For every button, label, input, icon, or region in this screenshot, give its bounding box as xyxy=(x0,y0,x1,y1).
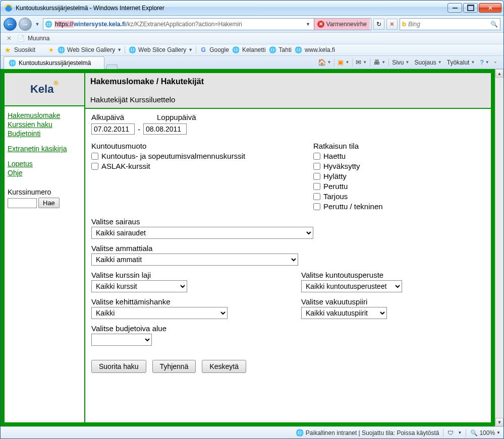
refresh-button[interactable]: ↻ xyxy=(373,19,384,30)
fav-link-1[interactable]: 🌐Web Slice Gallery▼ xyxy=(128,46,193,54)
kehittamishanke-select[interactable]: Kaikki xyxy=(91,307,228,319)
status-bar: 🌐 Paikallinen intranet | Suojattu tila: … xyxy=(1,426,503,438)
navigation-bar: ← → ▼ 🌐 https://wintersyste.kela.fi/kz/K… xyxy=(1,16,503,33)
sidebar-link-lopetus[interactable]: Lopetus xyxy=(8,160,81,168)
search-box[interactable]: b 🔍 xyxy=(400,18,500,30)
fav-link-0[interactable]: 🌐Web Slice Gallery▼ xyxy=(57,46,122,54)
search-input[interactable] xyxy=(408,21,488,28)
security-zone[interactable]: 🌐 Paikallinen intranet | Suojattu tila: … xyxy=(296,429,439,436)
favorites-star-icon[interactable]: ★ xyxy=(5,46,11,54)
help-icon: ? xyxy=(480,58,483,66)
new-tab-button[interactable] xyxy=(106,65,118,69)
sidebar-nav: Hakemuslomake Kurssien haku Budjetointi … xyxy=(5,106,84,183)
page-header: Hakemuslomake / Hakutekijät Hakutekijät … xyxy=(85,73,491,109)
fav-link-5[interactable]: 🌐www.kela.fi xyxy=(295,46,335,54)
sidebar-link-extranet[interactable]: Extranetin käsikirja xyxy=(8,145,81,153)
certificate-error[interactable]: ✕Varmennevirhe xyxy=(314,19,370,30)
hae-button[interactable]: Hae xyxy=(38,198,60,208)
document-tab[interactable]: 🌐 Kuntoutuskurssijärjestelmä xyxy=(4,56,104,69)
command-bar: 🏠▼ ▣▼ ✉▼ 🖶▼ Sivu▼ Suojaus▼ Työkalut▼ ?▼ … xyxy=(314,56,500,69)
zoom-control[interactable]: 🔍 100% ▼ xyxy=(470,429,500,436)
ratkaisun-tila-label: Ratkaisun tila xyxy=(313,142,485,150)
page-icon: 🌐 xyxy=(128,46,136,54)
muunna-icon: 📄 xyxy=(17,34,25,42)
page-icon: 🌐 xyxy=(232,46,240,54)
ratkaisun-tila-opt-4[interactable]: Tarjous xyxy=(313,192,485,201)
kurssinumero-input[interactable] xyxy=(8,198,37,208)
sidebar: Kela® Hakemuslomake Kurssien haku Budjet… xyxy=(5,73,85,422)
fav-link-4[interactable]: 🌐Tahti xyxy=(269,46,292,54)
keskeyta-button[interactable]: Keskeytä xyxy=(202,360,246,373)
muunna-label[interactable]: Muunna xyxy=(28,35,49,42)
page-subtabs[interactable]: Hakutekijät Kurssiluettelo xyxy=(90,95,486,104)
zoom-icon: 🔍 xyxy=(470,429,478,436)
sidebar-link-budjetointi[interactable]: Budjetointi xyxy=(8,130,81,138)
fav-link-3[interactable]: 🌐Kelanetti xyxy=(232,46,266,54)
back-button[interactable]: ← xyxy=(4,18,17,31)
valitse-budjetoiva-alue-label: Valitse budjetoiva alue xyxy=(91,324,485,333)
overflow-button[interactable]: » xyxy=(492,59,498,66)
home-icon: 🏠 xyxy=(318,58,326,66)
ammattiala-select[interactable]: Kaikki ammatit xyxy=(91,254,298,266)
page-icon: 🌐 xyxy=(269,46,277,54)
cert-error-icon: ✕ xyxy=(317,21,324,28)
scroll-down-button[interactable]: ▼ xyxy=(495,418,503,426)
close-toolbar-button[interactable]: ✕ xyxy=(5,35,14,42)
scroll-up-button[interactable]: ▲ xyxy=(495,69,503,78)
alkupaiva-input[interactable] xyxy=(91,123,135,135)
valitse-sairaus-label: Valitse sairaus xyxy=(91,217,485,226)
ratkaisun-tila-opt-2[interactable]: Hylätty xyxy=(313,172,485,180)
viewport: Kela® Hakemuslomake Kurssien haku Budjet… xyxy=(1,69,503,426)
page-frame: Kela® Hakemuslomake Kurssien haku Budjet… xyxy=(1,69,495,426)
home-button[interactable]: 🏠▼ xyxy=(316,57,333,67)
close-button[interactable]: ✕ xyxy=(479,3,501,13)
kuntoutusmuoto-opt-1[interactable]: ASLAK-kurssit xyxy=(91,162,303,170)
sairaus-select[interactable]: Kaikki sairaudet xyxy=(91,227,313,239)
main-content: Hakemuslomake / Hakutekijät Hakutekijät … xyxy=(85,73,491,422)
security-menu[interactable]: Suojaus▼ xyxy=(412,58,443,67)
ratkaisun-tila-opt-3[interactable]: Peruttu xyxy=(313,182,485,191)
page-icon: 🌐 xyxy=(295,46,303,54)
address-bar[interactable]: 🌐 https://wintersyste.kela.fi/kz/KZExtra… xyxy=(43,18,371,30)
budjetoiva-alue-select[interactable] xyxy=(91,334,152,346)
add-favorite-icon[interactable]: ★ xyxy=(48,46,54,53)
print-button[interactable]: 🖶▼ xyxy=(371,57,387,67)
tab-row: 🌐 Kuntoutuskurssijärjestelmä 🏠▼ ▣▼ ✉▼ 🖶▼… xyxy=(1,56,503,69)
favorites-button[interactable]: Suosikit xyxy=(14,46,35,53)
page-menu[interactable]: Sivu▼ xyxy=(390,58,411,67)
ie-icon: 🌐 xyxy=(8,59,16,67)
sidebar-link-hakemuslomake[interactable]: Hakemuslomake xyxy=(8,111,81,119)
ratkaisun-tila-opt-5[interactable]: Peruttu / tekninen xyxy=(313,202,485,211)
tools-menu[interactable]: Työkalut▼ xyxy=(445,58,477,67)
mail-button[interactable]: ✉▼ xyxy=(354,57,369,67)
ratkaisun-tila-opt-1[interactable]: Hyväksytty xyxy=(313,162,485,170)
help-button[interactable]: ?▼ xyxy=(478,57,491,67)
fav-link-2[interactable]: GGoogle xyxy=(199,46,229,54)
page-icon: 🌐 xyxy=(57,46,65,54)
loppupaiva-input[interactable] xyxy=(143,123,187,135)
kuntoutusperuste-select[interactable]: Kaikki kuntoutusperusteet xyxy=(301,280,402,292)
kuntoutusmuoto-opt-0[interactable]: Kuntoutus- ja sopeutumisvalmennuskurssit xyxy=(91,152,303,160)
tyhjenna-button[interactable]: Tyhjennä xyxy=(152,360,196,373)
protected-mode-icon[interactable]: 🛡 xyxy=(447,429,454,436)
address-dropdown[interactable]: ▼ xyxy=(305,22,312,27)
vertical-scrollbar[interactable]: ▲ ▼ xyxy=(495,69,503,426)
kurssin-laji-select[interactable]: Kaikki kurssit xyxy=(91,280,187,292)
sidebar-link-ohje[interactable]: Ohje xyxy=(8,169,81,177)
search-icon[interactable]: 🔍 xyxy=(490,21,498,28)
titlebar: Kuntoutuskurssijärjestelmä - Windows Int… xyxy=(1,1,503,16)
vakuutuspiiri-select[interactable]: Kaikki vakuutuspiirit xyxy=(301,307,387,319)
feeds-button[interactable]: ▣▼ xyxy=(335,57,351,67)
ratkaisun-tila-opt-0[interactable]: Haettu xyxy=(313,152,485,160)
forward-button[interactable]: → xyxy=(19,18,32,31)
nav-history-dropdown[interactable]: ▼ xyxy=(34,18,41,31)
minimize-button[interactable] xyxy=(447,3,462,13)
stop-button[interactable]: ✕ xyxy=(386,19,398,30)
suorita-haku-button[interactable]: Suorita haku xyxy=(91,360,146,373)
sidebar-link-kurssienhaku[interactable]: Kurssien haku xyxy=(8,120,81,129)
maximize-button[interactable] xyxy=(463,3,478,13)
loppupaiva-label: Loppupäivä xyxy=(157,113,196,121)
muunna-toolbar: ✕ 📄 Muunna xyxy=(1,33,503,44)
zone-icon: 🌐 xyxy=(296,429,304,436)
valitse-kuntoutusperuste-label: Valitse kuntoutusperuste xyxy=(301,271,402,279)
